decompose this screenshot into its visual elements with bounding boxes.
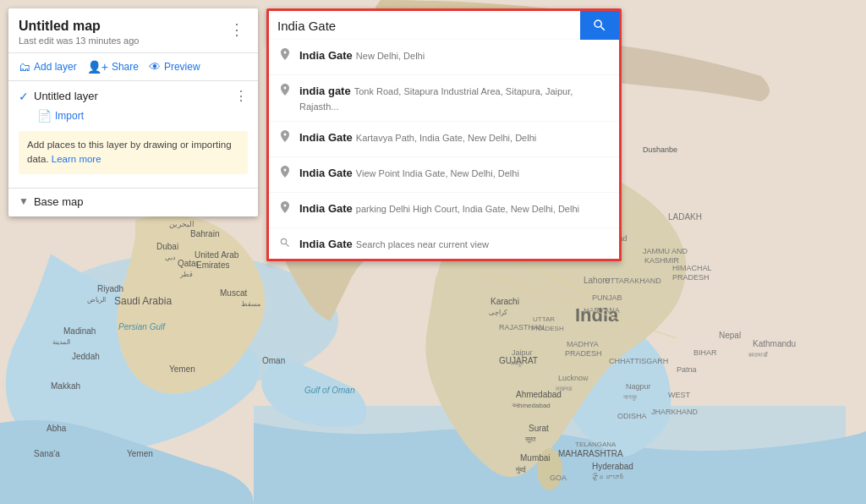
search-dropdown: India GateNew Delhi, Delhiindia gateTonk… (266, 40, 622, 261)
svg-text:Karachi: Karachi (491, 297, 519, 306)
map-menu-icon[interactable]: ⋮ (226, 19, 248, 41)
dropdown-item[interactable]: India GateNew Delhi, Delhi (269, 40, 619, 75)
svg-text:TELANGANA: TELANGANA (575, 441, 617, 448)
svg-text:Ahmedabad: Ahmedabad (516, 390, 562, 399)
svg-text:Yemen: Yemen (127, 449, 153, 458)
svg-text:सूरत: सूरत (524, 436, 536, 443)
result-main-text: India GateNew Delhi, Delhi (299, 49, 425, 62)
svg-text:Bahrain: Bahrain (190, 229, 219, 238)
svg-text:JHARKHAND: JHARKHAND (651, 408, 699, 416)
add-layer-button[interactable]: 🗂 Add layer (19, 60, 77, 74)
svg-text:MAHARASHTRA: MAHARASHTRA (558, 449, 623, 458)
layer-name: Untitled layer (34, 90, 98, 102)
add-places-hint: Add places to this layer by drawing or i… (19, 131, 248, 174)
search-container: India GateNew Delhi, Delhiindia gateTonk… (266, 8, 622, 261)
svg-text:Muscat: Muscat (220, 288, 247, 298)
svg-text:Saudi Arabia: Saudi Arabia (114, 295, 172, 307)
dropdown-item[interactable]: india gateTonk Road, Sitapura Industrial… (269, 75, 619, 122)
svg-text:काठमाडौं: काठमाडौं (748, 351, 768, 358)
layer-title-row: ✓ Untitled layer (19, 90, 98, 103)
svg-text:Surat: Surat (529, 424, 549, 433)
svg-text:مسقط: مسقط (241, 300, 260, 308)
svg-text:ODISHA: ODISHA (617, 412, 647, 420)
map-header: Untitled map Last edit was 13 minutes ag… (8, 8, 258, 53)
svg-text:MADHYA: MADHYA (567, 340, 599, 348)
layer-section: ✓ Untitled layer ⋮ 📄 Import Add places t… (8, 81, 258, 188)
dropdown-item[interactable]: India Gateparking Delhi High Court, Indi… (269, 193, 619, 228)
svg-text:Hyderabad: Hyderabad (592, 462, 633, 471)
layer-checkbox[interactable]: ✓ (19, 90, 29, 103)
import-link[interactable]: 📄 Import (19, 107, 248, 128)
map-subtitle: Last edit was 13 minutes ago (19, 36, 139, 46)
svg-text:Mumbai: Mumbai (520, 453, 551, 463)
svg-text:Nepal: Nepal (719, 331, 741, 340)
svg-text:قطر: قطر (179, 271, 193, 278)
svg-text:Kathmandu: Kathmandu (753, 339, 796, 348)
svg-text:హైదరాబాద్: హైదరాబాద్ (592, 473, 626, 481)
dropdown-item[interactable]: India GateSearch places near current vie… (269, 228, 619, 259)
svg-text:Abha: Abha (47, 424, 67, 433)
svg-text:UTTARAKHAND: UTTARAKHAND (605, 277, 661, 285)
svg-text:WEST: WEST (668, 391, 691, 399)
svg-text:नागपुर: नागपुर (622, 394, 638, 401)
svg-text:PRADESH: PRADESH (672, 273, 710, 282)
search-icon (592, 18, 607, 33)
location-pin-icon (279, 130, 291, 149)
result-main-text: india gateTonk Road, Sitapura Industrial… (299, 85, 573, 112)
learn-more-link[interactable]: Learn more (52, 154, 101, 164)
svg-text:Oman: Oman (262, 356, 285, 365)
svg-text:المدينة: المدينة (52, 338, 70, 346)
svg-text:Jeddah: Jeddah (72, 352, 100, 361)
map-title: Untitled map (19, 19, 139, 34)
svg-text:LADAKH: LADAKH (668, 212, 702, 222)
svg-text:Jaipur: Jaipur (512, 348, 533, 357)
svg-text:HIMACHAL: HIMACHAL (672, 264, 712, 272)
svg-text:मुंबई: मुंबई (515, 465, 526, 474)
svg-text:Nagpur: Nagpur (626, 382, 651, 391)
svg-text:PUNJAB: PUNJAB (592, 293, 622, 302)
location-pin-icon (279, 166, 291, 184)
result-main-text: India GateSearch places near current vie… (299, 238, 489, 250)
result-text: India GateNew Delhi, Delhi (299, 47, 425, 63)
result-main-text: India GateKartavya Path, India Gate, New… (299, 131, 536, 144)
share-button[interactable]: 👤+ Share (87, 60, 139, 74)
base-map-label: Base map (34, 195, 84, 208)
svg-text:जयपुर: जयपुर (509, 360, 523, 367)
svg-text:Madinah: Madinah (63, 326, 96, 336)
svg-text:United Arab: United Arab (195, 250, 239, 260)
result-sub-text: parking Delhi High Court, India Gate, Ne… (356, 204, 579, 214)
dropdown-item[interactable]: India GateView Point India Gate, New Del… (269, 157, 619, 193)
search-input[interactable] (269, 12, 580, 40)
svg-text:Emirates: Emirates (196, 260, 229, 270)
import-icon: 📄 (37, 109, 52, 123)
base-map-expand-icon: ▼ (19, 195, 29, 207)
svg-text:GOA: GOA (550, 474, 567, 482)
result-text: India GateKartavya Path, India Gate, New… (299, 129, 536, 145)
svg-text:Persian Gulf: Persian Gulf (118, 322, 166, 331)
layer-header: ✓ Untitled layer ⋮ (19, 88, 248, 104)
svg-text:PRADESH: PRADESH (565, 349, 602, 358)
svg-text:BIHAR: BIHAR (693, 348, 717, 357)
svg-text:અhmedabad: અhmedabad (512, 402, 551, 409)
svg-text:CHHATTISGARH: CHHATTISGARH (609, 357, 668, 365)
result-text: India GateView Point India Gate, New Del… (299, 165, 519, 180)
result-sub-text: New Delhi, Delhi (356, 51, 425, 61)
result-main-text: India Gateparking Delhi High Court, Indi… (299, 202, 579, 215)
svg-text:Makkah: Makkah (51, 381, 80, 391)
search-button[interactable] (580, 11, 619, 40)
base-map-section[interactable]: ▼ Base map (8, 188, 258, 216)
svg-text:Riyadh: Riyadh (97, 284, 123, 293)
search-suggestion-icon (279, 237, 291, 251)
svg-text:लखनऊ: लखनऊ (555, 386, 573, 392)
svg-text:Patna: Patna (677, 365, 697, 374)
share-icon: 👤+ (87, 60, 108, 74)
layer-menu-icon[interactable]: ⋮ (234, 88, 248, 104)
result-text: India GateSearch places near current vie… (299, 236, 489, 251)
dropdown-item[interactable]: India GateKartavya Path, India Gate, New… (269, 122, 619, 157)
location-pin-icon (279, 48, 291, 67)
svg-text:UTTAR: UTTAR (533, 315, 555, 323)
preview-icon: 👁 (149, 60, 161, 74)
svg-text:Dushanbe: Dushanbe (643, 145, 677, 154)
preview-button[interactable]: 👁 Preview (149, 60, 200, 74)
result-sub-text: Kartavya Path, India Gate, New Delhi, De… (356, 133, 536, 143)
